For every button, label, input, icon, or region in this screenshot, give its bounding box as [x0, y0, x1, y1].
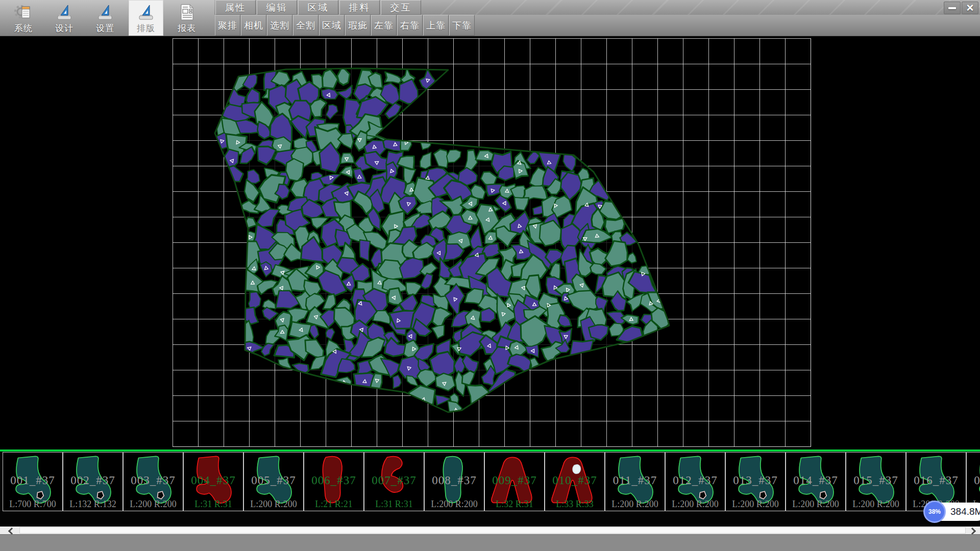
menu-tab-1[interactable]: 属性	[215, 0, 256, 15]
piece-lr-count: L:200 R:200	[786, 499, 845, 510]
app-button-label: 排版	[137, 22, 155, 34]
piece-thumbnail-013_#37[interactable]: 013_#37L:200 R:200	[725, 452, 786, 511]
piece-thumbnail-008_#37[interactable]: 008_#37L:200 R:200	[424, 452, 484, 511]
piece-lr-count: L:200 R:200	[605, 499, 665, 510]
piece-thumbnail-004_#37[interactable]: 004_#37L:31 R:31	[183, 452, 243, 511]
tool-bar: 聚排相机选割全割区域瑕疵左靠右靠上靠下靠	[214, 15, 980, 36]
piece-id: 004_#37	[184, 474, 243, 487]
nested-pieces-layer	[213, 59, 676, 418]
app-button-1[interactable]: 系统	[6, 0, 41, 36]
piece-id: 017_#37	[967, 474, 980, 487]
nesting-application-window: 系统设计设置排版报表 属性编辑区域排料交互 ✕ 聚排相机选割全割区域瑕疵左靠右靠…	[0, 0, 980, 551]
scrollbar-thumb[interactable]	[19, 527, 966, 534]
scroll-right-icon[interactable]	[969, 528, 976, 535]
settings-ruler-icon	[96, 3, 114, 21]
piece-thumbnail-005_#37[interactable]: 005_#37L:200 R:200	[243, 452, 304, 511]
tool-button-5[interactable]: 区域	[319, 15, 345, 36]
close-button[interactable]: ✕	[962, 2, 978, 14]
menu-tabs: 属性编辑区域排料交互	[214, 0, 421, 15]
piece-id: 005_#37	[244, 474, 303, 487]
tool-button-8[interactable]: 右靠	[397, 15, 423, 36]
app-button-label: 设置	[96, 22, 114, 34]
piece-thumbnail-015_#37[interactable]: 015_#37L:200 R:200	[846, 452, 906, 511]
menu-tab-4[interactable]: 排料	[339, 0, 380, 15]
tool-button-7[interactable]: 左靠	[371, 15, 397, 36]
piece-lr-count: L:200 R:200	[425, 499, 484, 510]
piece-id: 011_#37	[605, 474, 665, 487]
nesting-canvas[interactable]	[0, 36, 980, 451]
tool-button-2[interactable]: 相机	[241, 15, 266, 36]
piece-thumbnail-012_#37[interactable]: 012_#37L:200 R:200	[665, 452, 725, 511]
tool-button-10[interactable]: 下靠	[449, 15, 475, 36]
app-mode-panel: 系统设计设置排版报表	[0, 0, 214, 36]
app-button-5[interactable]: 报表	[169, 0, 204, 36]
piece-id: 003_#37	[124, 474, 183, 487]
piece-lr-count: L:31 R:31	[184, 499, 243, 510]
report-doc-icon	[178, 3, 196, 21]
piece-id: 002_#37	[63, 474, 122, 487]
piece-id: 014_#37	[786, 474, 845, 487]
memory-percent: 38%	[928, 508, 941, 515]
window-controls: ✕	[944, 2, 978, 14]
tool-button-3[interactable]: 选割	[267, 15, 292, 36]
menu-bar: 属性编辑区域排料交互 ✕	[214, 0, 980, 15]
app-button-4[interactable]: 排版	[129, 0, 163, 36]
piece-thumbnail-002_#37[interactable]: 002_#37L:132 R:132	[63, 452, 123, 511]
piece-thumbnail-006_#37[interactable]: 006_#37L:21 R:21	[304, 452, 364, 511]
app-button-label: 设计	[55, 22, 74, 34]
pieces-strip: 001_#37L:700 R:700002_#37L:132 R:132003_…	[0, 449, 980, 527]
memory-percent-badge: 38%	[923, 500, 946, 523]
app-button-3[interactable]: 设置	[88, 0, 122, 36]
piece-thumbnail-009_#37[interactable]: 009_#37L:32 R:31	[484, 452, 545, 511]
piece-id: 010_#37	[545, 474, 604, 487]
tool-button-1[interactable]: 聚排	[215, 15, 240, 36]
menu-tab-2[interactable]: 编辑	[257, 0, 297, 15]
menu-tab-3[interactable]: 区域	[298, 0, 338, 15]
piece-lr-count: L:21 R:21	[304, 499, 363, 510]
piece-lr-count: L:200 R:200	[244, 499, 303, 510]
piece-thumbnail-003_#37[interactable]: 003_#37L:200 R:200	[123, 452, 183, 511]
system-gear-icon	[14, 3, 33, 21]
piece-lr-count: L:200 R:200	[124, 499, 183, 510]
minimize-button[interactable]	[944, 2, 961, 14]
piece-lr-count: L:200 R:200	[846, 499, 905, 510]
app-button-2[interactable]: 设计	[47, 0, 82, 36]
piece-thumbnail-010_#37[interactable]: 010_#37L:33 R:33	[545, 452, 605, 511]
scroll-left-icon[interactable]	[8, 528, 15, 535]
menu-spacer	[421, 0, 980, 15]
tool-button-9[interactable]: 上靠	[423, 15, 449, 36]
piece-lr-count: L:200 R:200	[726, 499, 785, 510]
piece-id: 001_#37	[3, 474, 62, 487]
piece-id: 006_#37	[304, 474, 363, 487]
tool-button-4[interactable]: 全割	[293, 15, 318, 36]
memory-widget[interactable]: 38% 384.8M	[925, 503, 980, 521]
piece-lr-count: L:132 R:132	[63, 499, 122, 510]
piece-thumbnail-001_#37[interactable]: 001_#37L:700 R:700	[3, 452, 63, 511]
piece-lr-count: L:32 R:31	[485, 499, 544, 510]
piece-id: 008_#37	[425, 474, 484, 487]
piece-lr-count: L:200 R:200	[666, 499, 725, 510]
piece-thumbnail-011_#37[interactable]: 011_#37L:200 R:200	[605, 452, 665, 511]
close-icon: ✕	[966, 2, 974, 14]
piece-id: 015_#37	[846, 474, 905, 487]
toolbar: 系统设计设置排版报表 属性编辑区域排料交互 ✕ 聚排相机选割全割区域瑕疵左靠右靠…	[0, 0, 980, 36]
memory-amount: 384.8M	[950, 503, 980, 521]
horizontal-scrollbar[interactable]	[0, 527, 980, 534]
piece-id: 007_#37	[364, 474, 424, 487]
menu-tab-5[interactable]: 交互	[381, 0, 421, 15]
piece-lr-count: L:700 R:700	[3, 499, 62, 510]
piece-id: 009_#37	[485, 474, 544, 487]
piece-id: 016_#37	[906, 474, 966, 487]
tool-button-6[interactable]: 瑕疵	[345, 15, 371, 36]
piece-thumbnail-007_#37[interactable]: 007_#37L:31 R:31	[364, 452, 424, 511]
piece-id: 012_#37	[666, 474, 725, 487]
piece-id: 013_#37	[726, 474, 785, 487]
status-bar	[0, 534, 980, 551]
piece-lr-count: L:31 R:31	[364, 499, 424, 510]
piece-thumbnail-014_#37[interactable]: 014_#37L:200 R:200	[786, 452, 846, 511]
design-ruler-icon	[55, 3, 74, 21]
app-button-label: 系统	[14, 22, 33, 34]
app-button-label: 报表	[178, 22, 196, 34]
menu-column: 属性编辑区域排料交互 ✕ 聚排相机选割全割区域瑕疵左靠右靠上靠下靠	[214, 0, 980, 36]
piece-thumbnail-list: 001_#37L:700 R:700002_#37L:132 R:132003_…	[0, 452, 980, 512]
